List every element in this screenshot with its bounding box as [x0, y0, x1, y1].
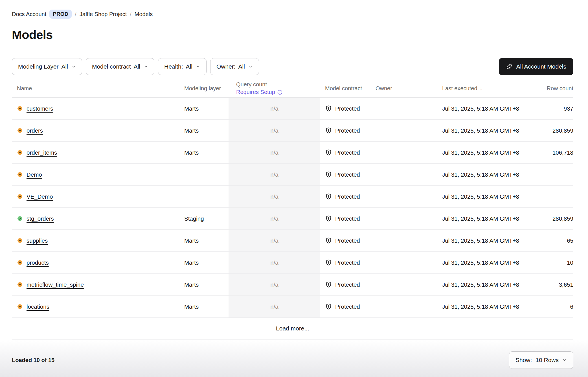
table-row[interactable]: Demo n/a Protected Jul 31, 2025, 5:18 AM…	[12, 164, 573, 186]
modeling-layer-cell: Marts	[182, 127, 229, 134]
page-size-select[interactable]: Show: 10 Rows	[509, 351, 573, 369]
table-row[interactable]: locations Marts n/a Protected Jul 31, 20…	[12, 296, 573, 318]
modeling-layer-cell: Marts	[182, 149, 229, 156]
model-contract-cell: Protected	[320, 127, 376, 134]
filter-bar: Modeling Layer All Model contract All He…	[12, 58, 573, 75]
all-account-models-button[interactable]: All Account Models	[499, 58, 573, 75]
shield-exclamation-icon	[325, 171, 332, 178]
requires-setup-link[interactable]: Requires Setup	[236, 88, 320, 96]
model-name-cell: locations	[12, 303, 182, 310]
model-name-link[interactable]: orders	[27, 127, 43, 134]
shield-exclamation-icon	[325, 105, 332, 112]
last-executed-cell: Jul 31, 2025, 5:18 AM GMT+8	[442, 193, 522, 200]
column-header-model-contract[interactable]: Model contract	[320, 85, 376, 92]
table-row[interactable]: orders Marts n/a Protected Jul 31, 2025,…	[12, 120, 573, 142]
column-header-last-executed[interactable]: Last executed ↓	[442, 85, 522, 92]
model-name-link[interactable]: supplies	[27, 237, 48, 244]
last-executed-cell: Jul 31, 2025, 5:18 AM GMT+8	[442, 259, 522, 266]
row-count-cell: 6	[522, 303, 573, 310]
model-name-cell: Demo	[12, 171, 182, 178]
model-contract-label: Protected	[335, 193, 360, 200]
breadcrumb-separator: /	[130, 11, 131, 17]
model-contract-cell: Protected	[320, 105, 376, 112]
model-name-link[interactable]: locations	[27, 303, 49, 310]
shield-exclamation-icon	[325, 237, 332, 244]
info-circle-icon[interactable]	[277, 89, 283, 95]
filter-value: All	[134, 63, 140, 70]
filter-model-contract[interactable]: Model contract All	[86, 58, 154, 75]
query-count-header-label: Query count	[236, 81, 320, 88]
column-header-query-count: Query count Requires Setup	[229, 81, 320, 96]
query-count-cell: n/a	[229, 164, 320, 185]
model-name-link[interactable]: stg_orders	[27, 215, 54, 222]
model-contract-cell: Protected	[320, 171, 376, 178]
modeling-layer-cell: Marts	[182, 259, 229, 266]
filter-label: Model contract	[92, 63, 131, 70]
breadcrumb-account[interactable]: Docs Account	[12, 11, 46, 17]
shield-exclamation-icon	[325, 215, 332, 222]
model-contract-label: Protected	[335, 259, 360, 266]
model-contract-cell: Protected	[320, 193, 376, 200]
table-row[interactable]: products Marts n/a Protected Jul 31, 202…	[12, 252, 573, 274]
page-title: Models	[12, 28, 573, 42]
last-executed-cell: Jul 31, 2025, 5:18 AM GMT+8	[442, 303, 522, 310]
filter-label: Health:	[164, 63, 183, 70]
breadcrumb-project[interactable]: Jaffle Shop Project	[80, 11, 127, 17]
model-contract-cell: Protected	[320, 237, 376, 244]
load-more-row: Load more...	[12, 318, 573, 339]
loaded-count-text: Loaded 10 of 15	[12, 357, 54, 363]
model-name-link[interactable]: products	[27, 259, 49, 266]
modeling-layer-cell: Marts	[182, 303, 229, 310]
badge-minus-icon	[17, 106, 23, 111]
sort-descending-icon: ↓	[480, 85, 482, 92]
query-count-cell: n/a	[229, 208, 320, 229]
filter-value: All	[186, 63, 192, 70]
filter-owner[interactable]: Owner: All	[210, 58, 259, 75]
model-name-link[interactable]: Demo	[27, 171, 42, 178]
row-count-cell: 3,651	[522, 281, 573, 288]
last-executed-cell: Jul 31, 2025, 5:18 AM GMT+8	[442, 171, 522, 178]
chevron-down-icon	[196, 64, 200, 69]
row-count-cell: 280,859	[522, 127, 573, 134]
table-row[interactable]: stg_orders Staging n/a Protected Jul 31,…	[12, 208, 573, 230]
query-count-cell: n/a	[229, 120, 320, 141]
table-row[interactable]: VE_Demo n/a Protected Jul 31, 2025, 5:18…	[12, 186, 573, 208]
query-count-cell: n/a	[229, 98, 320, 119]
model-contract-label: Protected	[335, 215, 360, 222]
table-row[interactable]: order_items Marts n/a Protected Jul 31, …	[12, 142, 573, 164]
model-contract-cell: Protected	[320, 215, 376, 222]
last-executed-cell: Jul 31, 2025, 5:18 AM GMT+8	[442, 105, 522, 112]
column-header-modeling-layer[interactable]: Modeling layer	[182, 85, 229, 92]
page-size-label: Show:	[515, 357, 532, 363]
table-header-row: Name Modeling layer Query count Requires…	[12, 79, 573, 98]
environment-badge: PROD	[49, 10, 72, 19]
filter-value: All	[238, 63, 245, 70]
badge-minus-icon	[17, 150, 23, 155]
table-row[interactable]: metricflow_time_spine Marts n/a Protecte…	[12, 274, 573, 296]
model-name-cell: stg_orders	[12, 215, 182, 222]
filter-modeling-layer[interactable]: Modeling Layer All	[12, 58, 82, 75]
table-body: customers Marts n/a Protected Jul 31, 20…	[12, 98, 573, 318]
last-executed-cell: Jul 31, 2025, 5:18 AM GMT+8	[442, 237, 522, 244]
last-executed-cell: Jul 31, 2025, 5:18 AM GMT+8	[442, 149, 522, 156]
table-row[interactable]: customers Marts n/a Protected Jul 31, 20…	[12, 98, 573, 120]
column-header-owner[interactable]: Owner	[376, 85, 442, 92]
shield-exclamation-icon	[325, 281, 332, 288]
model-contract-label: Protected	[335, 105, 360, 112]
model-contract-label: Protected	[335, 281, 360, 288]
model-name-link[interactable]: VE_Demo	[27, 193, 53, 200]
model-name-link[interactable]: customers	[27, 105, 53, 112]
table-row[interactable]: supplies Marts n/a Protected Jul 31, 202…	[12, 230, 573, 252]
query-count-cell: n/a	[229, 186, 320, 207]
model-contract-label: Protected	[335, 171, 360, 178]
filter-health[interactable]: Health: All	[158, 58, 207, 75]
column-header-name[interactable]: Name	[12, 85, 182, 92]
column-header-row-count[interactable]: Row count	[522, 85, 573, 92]
link-chain-icon	[506, 63, 513, 70]
badge-minus-icon	[17, 172, 23, 177]
model-name-link[interactable]: order_items	[27, 149, 57, 156]
load-more-button[interactable]: Load more...	[276, 325, 309, 332]
modeling-layer-cell: Marts	[182, 237, 229, 244]
model-name-link[interactable]: metricflow_time_spine	[27, 281, 84, 288]
badge-minus-icon	[17, 194, 23, 200]
